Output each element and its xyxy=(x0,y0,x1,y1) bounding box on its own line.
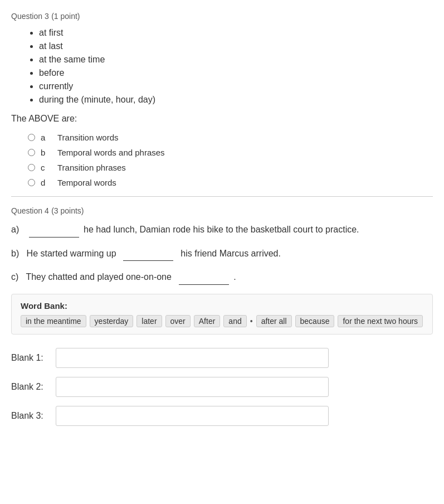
option-b: b Temporal words and phrases xyxy=(28,148,433,157)
blank-row-1: Blank 1: xyxy=(11,348,433,368)
list-item: during the (minute, hour, day) xyxy=(39,95,433,105)
sentence-b-blank xyxy=(123,246,173,261)
list-item: at first xyxy=(39,28,433,38)
sentence-b-after: his friend Marcus arrived. xyxy=(180,249,281,258)
option-a-text: Transition words xyxy=(57,133,118,142)
options-list: a Transition words b Temporal words and … xyxy=(11,133,433,187)
word-chip-later[interactable]: later xyxy=(136,315,162,327)
sentence-c-before: They chatted and played one-on-one xyxy=(26,272,172,282)
word-bank-label: Word Bank: xyxy=(21,301,423,311)
question4-title: Question 4 xyxy=(11,206,49,215)
option-d: d Temporal words xyxy=(28,178,433,187)
word-chip-and[interactable]: and xyxy=(223,315,246,327)
word-chip-in-the-meantime[interactable]: in the meantime xyxy=(21,315,86,327)
question4-points: (3 points) xyxy=(51,206,84,215)
option-d-text: Temporal words xyxy=(57,178,116,187)
option-c-text: Transition phrases xyxy=(57,163,126,172)
option-a-radio[interactable] xyxy=(28,134,35,141)
blanks-section: Blank 1: Blank 2: Blank 3: xyxy=(11,348,433,426)
question3-bullet-list: at first at last at the same time before… xyxy=(11,28,433,105)
question3-points: (1 point) xyxy=(51,12,80,21)
sentence-a: a) he had lunch, Damian rode his bike to… xyxy=(11,222,433,238)
word-bank-dot: • xyxy=(250,317,253,326)
sentence-a-blank xyxy=(29,222,79,238)
sentence-b-before: He started warming up xyxy=(27,249,116,258)
option-d-radio[interactable] xyxy=(28,179,35,186)
sentence-b: b) He started warming up his friend Marc… xyxy=(11,246,433,261)
blank2-label: Blank 2: xyxy=(11,382,56,392)
list-item: before xyxy=(39,68,433,78)
sentence-c-prefix: c) xyxy=(11,272,18,282)
blank3-input[interactable] xyxy=(56,406,329,426)
list-item: currently xyxy=(39,81,433,91)
blank2-input[interactable] xyxy=(56,377,329,397)
blank1-label: Blank 1: xyxy=(11,353,56,363)
sentence-c-after: . xyxy=(233,272,236,282)
blank-row-2: Blank 2: xyxy=(11,377,433,397)
list-item: at the same time xyxy=(39,55,433,65)
sentence-c: c) They chatted and played one-on-one . xyxy=(11,270,433,285)
blank1-input[interactable] xyxy=(56,348,329,368)
option-a-letter: a xyxy=(41,133,57,142)
option-c-letter: c xyxy=(41,163,57,172)
sentence-c-blank xyxy=(179,270,229,285)
sentence-b-prefix: b) xyxy=(11,249,19,258)
blank-row-3: Blank 3: xyxy=(11,406,433,426)
question3-title: Question 3 xyxy=(11,12,49,21)
option-a: a Transition words xyxy=(28,133,433,142)
option-c: c Transition phrases xyxy=(28,163,433,172)
list-item: at last xyxy=(39,41,433,51)
section-divider xyxy=(11,196,433,197)
question4-section: Question 4 (3 points) a) he had lunch, D… xyxy=(11,206,433,426)
option-c-radio[interactable] xyxy=(28,164,35,171)
option-b-letter: b xyxy=(41,148,57,157)
option-d-letter: d xyxy=(41,178,57,187)
option-b-radio[interactable] xyxy=(28,149,35,156)
question3-header: Question 3 (1 point) xyxy=(11,11,433,21)
option-b-text: Temporal words and phrases xyxy=(57,148,165,157)
word-chip-after-all[interactable]: after all xyxy=(256,315,292,327)
word-chip-over[interactable]: over xyxy=(165,315,191,327)
word-chip-because[interactable]: because xyxy=(295,315,335,327)
question4-header: Question 4 (3 points) xyxy=(11,206,433,216)
sentence-a-after: he had lunch, Damian rode his bike to th… xyxy=(84,225,359,234)
word-chip-after[interactable]: After xyxy=(194,315,221,327)
question3-section: Question 3 (1 point) at first at last at… xyxy=(11,11,433,187)
blank3-label: Blank 3: xyxy=(11,411,56,421)
sentence-a-prefix: a) xyxy=(11,225,19,234)
word-bank-words: in the meantime yesterday later over Aft… xyxy=(21,315,423,327)
above-text: The ABOVE are: xyxy=(11,114,433,124)
word-bank: Word Bank: in the meantime yesterday lat… xyxy=(11,294,433,335)
word-chip-yesterday[interactable]: yesterday xyxy=(90,315,134,327)
word-chip-for-next-two-hours[interactable]: for the next two hours xyxy=(338,315,423,327)
